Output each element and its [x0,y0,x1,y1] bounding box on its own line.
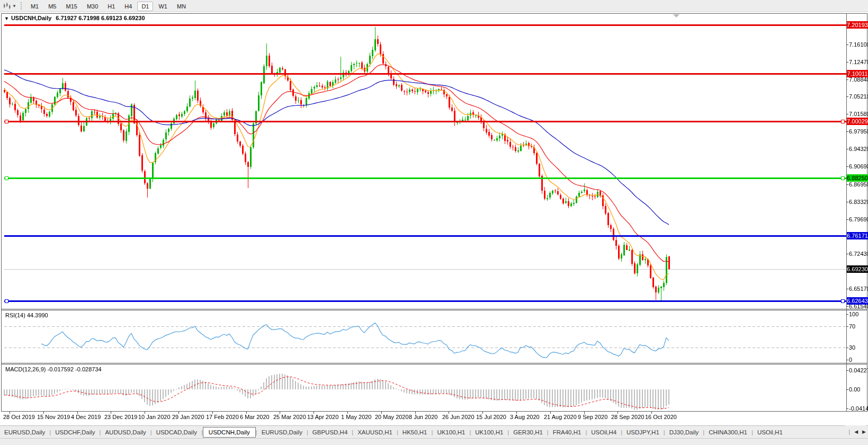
price-tick-label: 7.05210 [849,93,868,100]
chart-tab-china300-h1[interactable]: CHINA300,H1 [704,428,751,437]
price-tick-label: 6.97950 [849,128,868,135]
chart-tab-gbpusd-h4[interactable]: GBPUSD,H4 [308,428,352,437]
timeframe-button-D1[interactable]: D1 [137,2,153,11]
timeframe-button-M30[interactable]: M30 [83,2,102,11]
date-label: 26 Jun 2020 [442,414,475,420]
macd-indicator-label: MACD(12,26,9) -0.017592 -0.028734 [5,366,102,372]
price-tick-label: 7.12470 [849,58,868,66]
rsi-scale-label: 30 [849,344,855,351]
date-label: 10 Jan 2020 [138,414,171,420]
price-tick-label: 6.72430 [849,250,868,257]
price-tick-label: 6.94320 [849,145,868,153]
date-label: 21 Aug 2020 [544,414,577,420]
price-level-badge: 6.62643 [847,297,868,305]
date-label: 29 Jan 2020 [172,414,204,420]
date-label: 9 Sep 2020 [578,414,607,420]
date-label: 16 Oct 2020 [645,414,677,420]
timeframe-button-H1[interactable]: H1 [103,2,119,11]
date-label: 4 Dec 2019 [71,414,101,420]
rsi-title: RSI(14) [5,312,25,318]
arrow-right-icon[interactable]: ▶ [862,429,866,434]
chart-tab-usoil-h1[interactable]: USOil,H1 [753,428,787,437]
rsi-value: 44.3990 [27,312,48,318]
timeframe-button-W1[interactable]: W1 [154,2,172,11]
rsi-indicator-label: RSI(14) 44.3990 [5,312,48,318]
macd-values: -0.017592 -0.028734 [47,366,101,372]
price-level-badge: 6.88250 [847,174,868,182]
chart-tab-xauusd-h1[interactable]: XAUUSD,H1 [353,428,397,437]
price-level-badge: 6.76171 [847,232,868,239]
chart-tab-uk100-h1[interactable]: UK100,H1 [471,428,507,437]
chart-ohlc-quote: 6.71927 6.71998 6.69123 6.69230 [56,15,145,21]
macd-title: MACD(12,26,9) [5,366,46,372]
chart-tab-eurusd-daily[interactable]: EURUSD,Daily [257,428,307,437]
chart-tab-fra40-h1[interactable]: FRA40,H1 [549,428,586,437]
chart-tab-dj30-daily[interactable]: DJ30,Daily [665,428,703,437]
date-label: 6 Mar 2020 [240,414,270,420]
chart-tab-usdcad-daily[interactable]: USDCAD,Daily [152,428,201,437]
chart-tab-usdjpy-h1[interactable]: USDJPY,H1 [622,428,664,437]
current-price-badge: 6.69230 [847,265,868,273]
price-tick-label: 7.01580 [849,110,868,118]
triangle-down-icon[interactable]: ▼ [4,16,9,21]
timeframe-button-M1[interactable]: M1 [26,2,43,11]
date-label: 8 Jun 2020 [409,414,437,420]
date-label: 28 Oct 2019 [3,414,35,420]
price-tick-label: 6.65170 [849,285,868,292]
rsi-scale-label: 100 [849,310,858,318]
chart-tab-usoil-h4[interactable]: USOil,H4 [587,428,621,437]
price-tick-label: 6.83320 [849,198,868,206]
price-tick-label: 6.79690 [849,216,868,223]
date-label: 13 Apr 2020 [307,414,338,420]
price-tick-label: 7.16100 [849,41,868,48]
timeframe-buttons: M1M5M15M30H1H4D1W1MN [26,1,191,11]
chart-tools-icon[interactable] [2,2,12,10]
chart-tab-audusd-daily[interactable]: AUDUSD,Daily [101,428,150,437]
date-label: 17 Feb 2020 [206,414,239,420]
price-level-badge: 7.10011 [847,70,868,77]
date-label: 3 Aug 2020 [510,414,540,420]
chart-tab-ger30-h1[interactable]: GER30,H1 [509,428,547,437]
chart-tab-usdcnh-daily[interactable]: USDCNH,Daily [203,427,256,438]
price-level-badge: 7.20193 [847,21,868,29]
trading-terminal: ▼ M1M5M15M30H1H4D1W1MN ▼USDCNH,Daily6.71… [0,0,868,445]
tab-scroll-controls: | ◀ ▶ [845,425,866,438]
chart-tab-hk50-h1[interactable]: HK50,H1 [398,428,432,437]
date-label: 28 Sep 2020 [611,414,644,420]
date-label: 1 May 2020 [341,414,371,420]
date-label: 20 May 2020 [375,414,409,420]
date-label: 15 Nov 2019 [37,414,70,420]
date-label: 25 Mar 2020 [273,414,306,420]
price-tick-label: 6.90690 [849,163,868,170]
chart-tab-usdchf-daily[interactable]: USDCHF,Daily [51,428,99,437]
timeframe-button-M5[interactable]: M5 [44,2,60,11]
macd-scale-label: -0.04148 [849,405,868,412]
tab-separator: | [848,429,850,435]
chart-tab-uk100-h1[interactable]: UK100,H1 [433,428,469,437]
timeframe-button-MN[interactable]: MN [173,2,190,11]
date-label: 23 Dec 2019 [104,414,137,420]
chart-tab-eurusd-daily[interactable]: EURUSD,Daily [0,428,49,437]
price-level-badge: 7.00029 [847,118,868,125]
arrow-left-icon[interactable]: ◀ [854,429,858,434]
timeframe-toolbar: ▼ M1M5M15M30H1H4D1W1MN [0,0,868,12]
macd-scale-label: 0.042275 [849,367,868,374]
timeframe-button-M15[interactable]: M15 [61,2,81,11]
caret-down-icon[interactable]: ▼ [12,4,16,8]
status-bar [0,438,868,445]
date-label: 15 Jul 2020 [476,414,506,420]
macd-scale-label: 0.00 [849,386,860,393]
rsi-scale-label: 0 [849,356,852,363]
chart-tab-bar: EURUSD,Daily|USDCHF,Daily|AUDUSD,Daily|U… [0,425,868,439]
timeframe-button-H4[interactable]: H4 [120,2,136,11]
rsi-scale-label: 70 [849,323,855,330]
chart-title-row: ▼USDCNH,Daily6.71927 6.71998 6.69123 6.6… [4,15,145,21]
toolbar-grip[interactable] [21,2,22,10]
chart-canvas[interactable] [0,0,868,445]
chart-symbol-title: USDCNH,Daily [11,15,51,21]
